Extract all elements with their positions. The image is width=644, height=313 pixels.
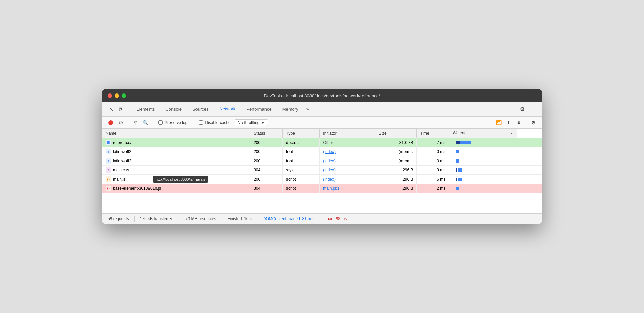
- search-icon: 🔍: [143, 120, 148, 125]
- more-options-icon: ⋮: [530, 106, 536, 112]
- waterfall-segment: [460, 141, 471, 144]
- file-name: latin.woff2: [113, 159, 131, 163]
- initiator-link[interactable]: (index): [323, 149, 336, 154]
- status-bar: 59 requests 175 kB transferred 5.3 MB re…: [102, 213, 542, 224]
- table-row[interactable]: {} base-element-3018901b.js 304scriptmai…: [102, 184, 542, 193]
- cell-type: script: [282, 184, 319, 193]
- file-type-icon: T: [106, 158, 111, 164]
- cell-name: {} main.js http://localhost:8080/js/main…: [102, 174, 250, 184]
- column-header-size[interactable]: Size: [375, 129, 417, 138]
- download-button[interactable]: ⬇: [514, 118, 523, 127]
- network-toolbar: ⊘ ▽ 🔍 Preserve log Disable cache No thro…: [102, 117, 542, 129]
- file-name: latin.woff2: [113, 149, 131, 154]
- table-header-row: Name Status Type Initiator Size: [102, 129, 542, 138]
- throttle-select[interactable]: No throttling ▼: [235, 119, 268, 126]
- waterfall-segment: [456, 159, 459, 163]
- record-button[interactable]: [106, 118, 115, 127]
- cell-name: T latin.woff2: [102, 156, 250, 165]
- file-type-icon: {}: [106, 176, 111, 182]
- window-title: DevTools - localhost:8080/docs/devtools/…: [264, 93, 380, 98]
- cell-initiator[interactable]: (index): [320, 147, 375, 156]
- waterfall-segment: [456, 150, 459, 153]
- filter-icon: ▽: [134, 120, 137, 125]
- cell-initiator[interactable]: main.js:1: [320, 184, 375, 193]
- cell-initiator[interactable]: (index): [320, 174, 375, 184]
- net-sep-2: [153, 119, 153, 126]
- finish-time: Finish: 1.16 s: [227, 216, 251, 221]
- net-sep-4: [526, 119, 526, 126]
- tab-performance[interactable]: Performance: [241, 102, 277, 116]
- wifi-settings-button[interactable]: 📶: [494, 118, 503, 127]
- tab-elements[interactable]: Elements: [131, 102, 160, 116]
- cell-status: 304: [250, 184, 283, 193]
- tab-console[interactable]: Console: [160, 102, 187, 116]
- load-time: Load: 98 ms: [324, 216, 347, 221]
- table-row[interactable]: / main.css 304styles…(index)296 B9 ms: [102, 165, 542, 174]
- table-row[interactable]: {} main.js http://localhost:8080/js/main…: [102, 174, 542, 184]
- tab-memory[interactable]: Memory: [277, 102, 304, 116]
- tab-bar: Elements Console Sources Network Perform…: [131, 102, 518, 116]
- minimize-button[interactable]: [115, 93, 119, 98]
- disable-cache-checkbox[interactable]: [199, 120, 203, 125]
- cell-waterfall: [449, 138, 542, 147]
- tab-network[interactable]: Network: [214, 102, 241, 116]
- preserve-log-checkbox-label[interactable]: Preserve log: [156, 120, 190, 125]
- upload-button[interactable]: ⬆: [504, 118, 513, 127]
- cell-type: font: [282, 156, 319, 165]
- layers-icon: ⧉: [119, 106, 122, 112]
- cursor-icon-btn[interactable]: ↖: [106, 105, 116, 114]
- file-name: reference/: [113, 140, 131, 145]
- file-name: main.css: [113, 168, 129, 172]
- network-settings-icon: ⚙: [531, 120, 536, 125]
- table-row[interactable]: T latin.woff2 200font(index)(mem…0 ms: [102, 147, 542, 156]
- status-sep-2: [179, 216, 179, 222]
- sort-asc-icon: ▲: [510, 131, 513, 135]
- settings-icon: ⚙: [520, 106, 525, 112]
- layers-icon-btn[interactable]: ⧉: [116, 105, 125, 114]
- preserve-log-checkbox[interactable]: [158, 120, 163, 125]
- column-header-time[interactable]: Time: [417, 129, 449, 138]
- settings-icon-btn[interactable]: ⚙: [518, 105, 527, 114]
- disable-cache-checkbox-label[interactable]: Disable cache: [196, 120, 233, 125]
- empty-table-area: [102, 193, 542, 213]
- cell-size: 31.0 kB: [375, 138, 417, 147]
- maximize-button[interactable]: [122, 93, 126, 98]
- column-header-type[interactable]: Type: [282, 129, 319, 138]
- record-icon: [108, 120, 113, 125]
- cell-status: 200: [250, 147, 283, 156]
- column-header-waterfall[interactable]: Waterfall ▲: [449, 129, 517, 138]
- cell-time: 2 ms: [417, 184, 449, 193]
- devtools-window: DevTools - localhost:8080/docs/devtools/…: [102, 89, 542, 224]
- column-header-name[interactable]: Name: [102, 129, 250, 138]
- network-settings-button[interactable]: ⚙: [529, 118, 538, 127]
- throttle-arrow-icon: ▼: [261, 120, 265, 125]
- file-type-icon: T: [106, 149, 111, 154]
- cell-initiator: Other: [320, 138, 375, 147]
- cell-initiator[interactable]: (index): [320, 165, 375, 174]
- tab-sources[interactable]: Sources: [187, 102, 214, 116]
- initiator-link[interactable]: (index): [323, 168, 336, 172]
- search-button[interactable]: 🔍: [141, 118, 150, 127]
- column-header-status[interactable]: Status: [250, 129, 283, 138]
- initiator-link[interactable]: (index): [323, 177, 336, 182]
- table-row[interactable]: ☰ reference/ 200docu…Other31.0 kB7 ms: [102, 138, 542, 147]
- tab-more-button[interactable]: »: [304, 102, 312, 116]
- column-header-initiator[interactable]: Initiator: [320, 129, 375, 138]
- cell-size: (mem…: [375, 147, 417, 156]
- toolbar-separator-1: [128, 105, 128, 113]
- cell-waterfall: [449, 165, 542, 174]
- preserve-log-label: Preserve log: [165, 120, 187, 125]
- filter-button[interactable]: ▽: [131, 118, 140, 127]
- traffic-lights: [108, 93, 126, 98]
- initiator-link[interactable]: (index): [323, 159, 336, 163]
- clear-button[interactable]: ⊘: [116, 118, 125, 127]
- close-button[interactable]: [108, 93, 112, 98]
- cell-initiator[interactable]: (index): [320, 156, 375, 165]
- table-row[interactable]: T latin.woff2 200font(index)(mem…0 ms: [102, 156, 542, 165]
- initiator-link[interactable]: main.js:1: [323, 186, 339, 191]
- cell-name: {} base-element-3018901b.js: [102, 184, 250, 193]
- more-options-icon-btn[interactable]: ⋮: [528, 105, 538, 114]
- network-table: Name Status Type Initiator Size: [102, 129, 542, 193]
- status-sep-4: [257, 216, 257, 222]
- cell-waterfall: [449, 156, 542, 165]
